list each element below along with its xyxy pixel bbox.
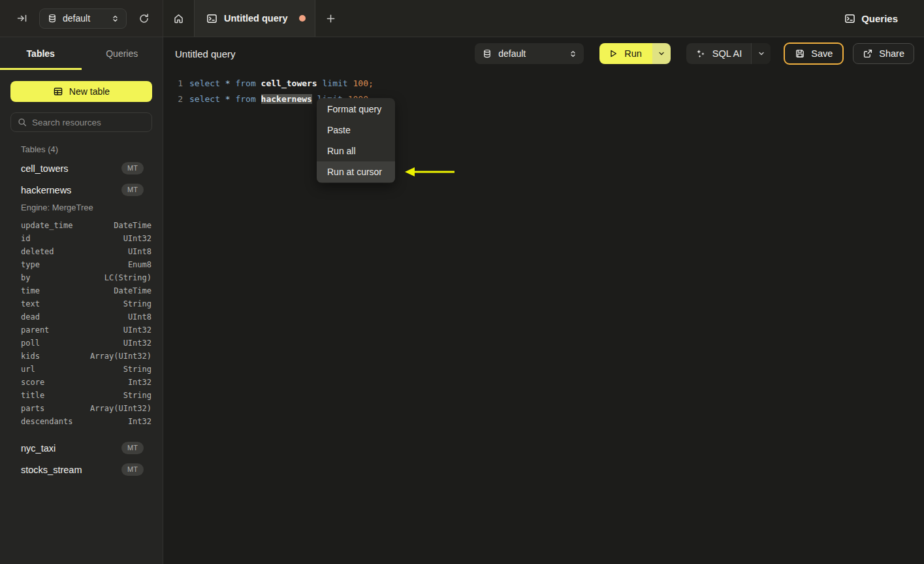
sql-token: from — [235, 94, 261, 104]
column-row: update_timeDateTime — [0, 219, 163, 232]
sql-ai-button[interactable]: SQL AI — [686, 43, 751, 64]
context-menu-item[interactable]: Paste — [317, 120, 395, 141]
column-type: String — [123, 391, 151, 400]
new-table-button[interactable]: New table — [10, 81, 152, 102]
column-type: UInt32 — [123, 339, 151, 348]
column-row: typeEnum8 — [0, 258, 163, 271]
column-row: idUInt32 — [0, 232, 163, 245]
left-arrow-annotation — [405, 165, 456, 178]
tables-list: cell_towersMThackernewsMTEngine: MergeTr… — [0, 158, 163, 480]
line-number: 2 — [163, 91, 183, 107]
toolbar-database-value: default — [498, 48, 562, 59]
home-icon — [173, 13, 184, 24]
sidebar-tab-tables[interactable]: Tables — [0, 37, 82, 70]
column-name: url — [21, 365, 35, 374]
context-menu-item[interactable]: Run at cursor — [317, 161, 395, 182]
sidebar: Tables Queries New table Tables (4) cell… — [0, 37, 163, 564]
column-row: pollUInt32 — [0, 337, 163, 350]
column-name: time — [21, 286, 40, 295]
table-name: hackernews — [21, 185, 71, 195]
share-button-label: Share — [879, 48, 904, 59]
sql-ai-label: SQL AI — [712, 48, 742, 59]
column-type: String — [123, 299, 151, 308]
column-name: poll — [21, 339, 40, 348]
query-title: Untitled query — [175, 48, 475, 59]
run-options-button[interactable] — [652, 43, 671, 64]
sql-token: cell_towers — [261, 78, 317, 88]
sql-token: * — [225, 94, 236, 104]
topbar: default Untitled query — [0, 0, 924, 37]
column-type: DateTime — [114, 286, 151, 295]
column-row: titleString — [0, 389, 163, 402]
column-row: partsArray(UInt32) — [0, 402, 163, 415]
plus-icon — [326, 14, 336, 24]
table-engine-label: Engine: MergeTree — [0, 201, 163, 217]
topbar-left: default — [0, 0, 163, 37]
floppy-icon — [795, 48, 805, 59]
column-type: Enum8 — [128, 260, 151, 269]
chevron-up-down-icon — [569, 50, 577, 58]
table-row[interactable]: nyc_taxiMT — [0, 437, 163, 459]
column-type: Int32 — [128, 378, 151, 387]
database-selector[interactable]: default — [39, 8, 127, 29]
collapse-sidebar-button[interactable] — [14, 10, 30, 26]
home-button[interactable] — [163, 0, 194, 37]
unsaved-changes-dot — [299, 15, 306, 22]
refresh-button[interactable] — [136, 10, 152, 27]
share-button[interactable]: Share — [853, 43, 914, 64]
chevron-up-down-icon — [111, 14, 119, 23]
new-tab-button[interactable] — [315, 0, 345, 37]
sql-token: select — [189, 78, 225, 88]
column-row: deadUInt8 — [0, 310, 163, 323]
tab-untitled-query[interactable]: Untitled query — [194, 0, 315, 37]
queries-button[interactable]: Queries — [844, 13, 898, 24]
save-button[interactable]: Save — [784, 42, 844, 65]
column-name: descendants — [21, 417, 72, 426]
search-box — [10, 112, 152, 132]
column-name: kids — [21, 352, 40, 361]
database-selector-value: default — [63, 13, 105, 24]
column-type: LC(String) — [104, 273, 151, 282]
column-name: deleted — [21, 247, 54, 256]
refresh-icon — [138, 13, 150, 24]
sidebar-tab-queries[interactable]: Queries — [82, 37, 163, 70]
database-icon — [48, 14, 57, 23]
code-line: 1select * from cell_towers limit 100; — [163, 76, 924, 91]
column-name: id — [21, 234, 30, 243]
table-row[interactable]: hackernewsMT — [0, 179, 163, 201]
sql-editor[interactable]: 1select * from cell_towers limit 100;2se… — [163, 70, 924, 107]
column-name: by — [21, 273, 30, 282]
table-row[interactable]: stocks_streamMT — [0, 459, 163, 480]
context-menu-item[interactable]: Run all — [317, 141, 395, 161]
terminal-icon — [206, 13, 217, 24]
column-type: Array(UInt32) — [90, 404, 151, 413]
code-text: select * from cell_towers limit 100; — [183, 76, 374, 91]
run-button[interactable]: Run — [599, 43, 652, 64]
sql-token: 100; — [353, 78, 373, 88]
toolbar-database-selector[interactable]: default — [475, 43, 584, 64]
search-input[interactable] — [32, 118, 148, 127]
column-name: title — [21, 391, 44, 400]
line-number: 1 — [163, 76, 183, 91]
tab-strip: Untitled query — [163, 0, 844, 37]
column-type: UInt8 — [128, 247, 151, 256]
column-row: textString — [0, 297, 163, 310]
table-row[interactable]: cell_towersMT — [0, 158, 163, 179]
column-type: DateTime — [114, 221, 151, 230]
save-button-label: Save — [811, 48, 833, 59]
engine-badge: MT — [121, 442, 144, 454]
terminal-icon — [844, 13, 855, 24]
toolbar-controls: default Run — [475, 42, 914, 65]
database-icon — [483, 49, 492, 58]
table-name: cell_towers — [21, 163, 69, 174]
columns-list: update_timeDateTimeidUInt32deletedUInt8t… — [0, 217, 163, 437]
column-type: String — [123, 365, 151, 374]
context-menu-item[interactable]: Format query — [317, 99, 395, 120]
sql-ai-options-button[interactable] — [751, 43, 771, 64]
table-name: stocks_stream — [21, 465, 82, 475]
column-row: byLC(String) — [0, 271, 163, 284]
column-row: urlString — [0, 363, 163, 376]
column-name: score — [21, 378, 44, 387]
sql-token — [317, 78, 323, 88]
column-name: type — [21, 260, 40, 269]
